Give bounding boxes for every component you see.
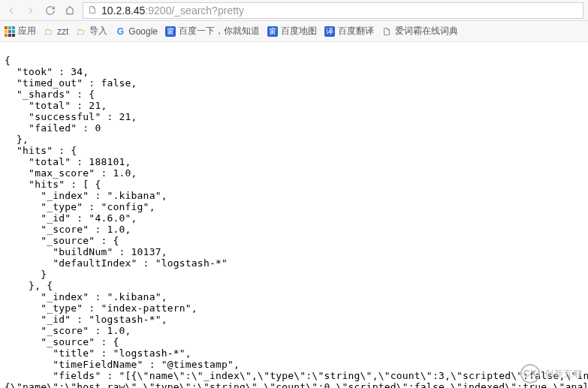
watermark: CX 创新互联 bbox=[520, 364, 583, 383]
bookmark-label: 百度一下，你就知道 bbox=[179, 25, 260, 38]
address-text: 10.2.8.45:9200/_search?pretty bbox=[101, 5, 244, 17]
reload-icon[interactable] bbox=[44, 4, 57, 17]
bookmark-label: 百度地图 bbox=[281, 25, 317, 38]
bookmark-label: 应用 bbox=[18, 25, 36, 38]
bookmark-label: zzt bbox=[57, 26, 68, 37]
baidu-icon: 窗 bbox=[165, 26, 176, 37]
home-icon[interactable] bbox=[63, 4, 77, 17]
apps-icon bbox=[5, 26, 15, 37]
watermark-text: 创新互联 bbox=[544, 368, 583, 380]
folder-icon: 🗀 bbox=[44, 26, 54, 37]
page-icon bbox=[88, 5, 97, 16]
bookmark-import[interactable]: 🗀 导入 bbox=[76, 25, 107, 38]
json-response-body: { "took" : 34, "timed_out" : false, "_sh… bbox=[0, 52, 588, 388]
bookmark-baidutrans[interactable]: 译 百度翻译 bbox=[324, 25, 374, 38]
bookmark-apps[interactable]: 应用 bbox=[5, 25, 36, 38]
bookmark-google[interactable]: G Google bbox=[115, 26, 158, 37]
bookmark-zzt[interactable]: 🗀 zzt bbox=[44, 26, 68, 37]
browser-toolbar: 10.2.8.45:9200/_search?pretty bbox=[0, 0, 588, 21]
page-icon bbox=[381, 26, 392, 37]
translate-icon: 译 bbox=[324, 26, 335, 37]
baidu-icon: 窗 bbox=[267, 26, 278, 37]
bookmark-label: 导入 bbox=[89, 25, 107, 38]
bookmark-label: 爱词霸在线词典 bbox=[395, 25, 458, 38]
bookmark-label: 百度翻译 bbox=[338, 25, 374, 38]
back-icon[interactable] bbox=[5, 4, 18, 17]
google-icon: G bbox=[115, 26, 125, 37]
bookmarks-bar: 应用 🗀 zzt 🗀 导入 G Google 窗 百度一下，你就知道 窗 百度地… bbox=[0, 21, 588, 42]
bookmark-baidu[interactable]: 窗 百度一下，你就知道 bbox=[165, 25, 260, 38]
bookmark-label: Google bbox=[128, 26, 158, 37]
address-bar[interactable]: 10.2.8.45:9200/_search?pretty bbox=[83, 2, 583, 19]
bookmark-iciba[interactable]: 爱词霸在线词典 bbox=[381, 25, 458, 38]
watermark-logo-icon: CX bbox=[520, 364, 540, 383]
bookmark-baidumap[interactable]: 窗 百度地图 bbox=[267, 25, 317, 38]
forward-icon[interactable] bbox=[24, 4, 38, 17]
folder-icon: 🗀 bbox=[76, 26, 86, 37]
